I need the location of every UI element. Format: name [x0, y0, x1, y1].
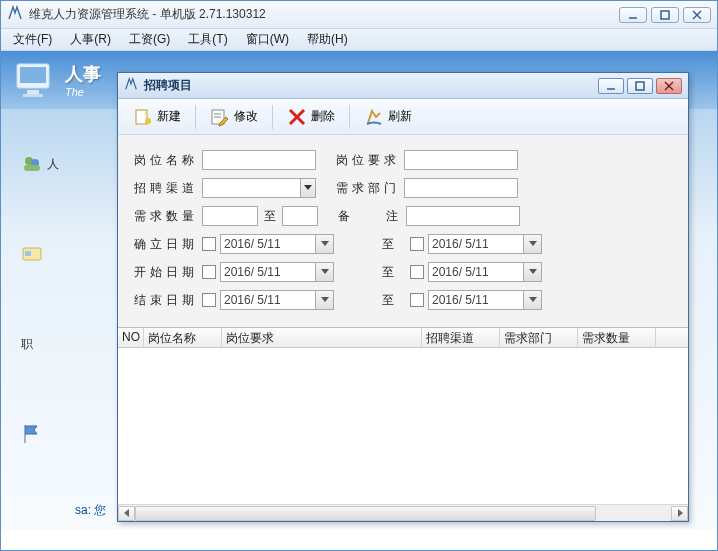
- date-display[interactable]: 2016/ 5/11: [428, 234, 524, 254]
- refresh-button[interactable]: 刷新: [355, 103, 421, 131]
- separator: [349, 105, 350, 129]
- label-dept: 需求部门: [336, 180, 396, 197]
- dialog-close-button[interactable]: [656, 78, 682, 94]
- minimize-button[interactable]: [619, 7, 647, 23]
- label-date-start: 开始日期: [134, 264, 194, 281]
- qty-to-input[interactable]: [282, 206, 318, 226]
- grid-body[interactable]: [118, 348, 688, 504]
- label-to: 至: [264, 208, 276, 225]
- dept-input[interactable]: [404, 178, 518, 198]
- grid-col-no[interactable]: NO: [118, 328, 144, 347]
- scroll-left-button[interactable]: [118, 506, 135, 521]
- side-shortcut-1[interactable]: 人: [21, 149, 61, 179]
- new-icon: [133, 107, 153, 127]
- grid-col-post_name[interactable]: 岗位名称: [144, 328, 222, 347]
- side-shortcut-3[interactable]: 职: [21, 329, 61, 359]
- dialog-minimize-button[interactable]: [598, 78, 624, 94]
- grid-col-post_req[interactable]: 岗位要求: [222, 328, 422, 347]
- svg-rect-10: [24, 165, 40, 171]
- menu-window[interactable]: 窗口(W): [238, 29, 297, 50]
- menu-salary[interactable]: 工资(G): [121, 29, 178, 50]
- date-end-from: 2016/ 5/11: [202, 290, 334, 310]
- grid-header: NO岗位名称岗位要求招聘渠道需求部门需求数量: [118, 328, 688, 348]
- menu-personnel[interactable]: 人事(R): [62, 29, 119, 50]
- svg-rect-6: [27, 90, 39, 94]
- label-to2: 至: [382, 292, 402, 309]
- checkbox[interactable]: [410, 265, 424, 279]
- date-confirm-from: 2016/ 5/11: [202, 234, 334, 254]
- card-icon: [21, 243, 43, 265]
- label-date-confirm: 确立日期: [134, 236, 194, 253]
- people-icon: [21, 153, 43, 175]
- label-post-req: 岗位要求: [336, 152, 396, 169]
- label-date-end: 结束日期: [134, 292, 194, 309]
- checkbox[interactable]: [202, 265, 216, 279]
- svg-rect-5: [20, 67, 46, 83]
- calendar-dropdown-icon[interactable]: [524, 290, 542, 310]
- new-button[interactable]: 新建: [124, 103, 190, 131]
- post-name-input[interactable]: [202, 150, 316, 170]
- calendar-dropdown-icon[interactable]: [316, 234, 334, 254]
- separator: [195, 105, 196, 129]
- date-display[interactable]: 2016/ 5/11: [428, 262, 524, 282]
- delete-button[interactable]: 删除: [278, 103, 344, 131]
- edit-icon: [210, 107, 230, 127]
- checkbox[interactable]: [202, 293, 216, 307]
- scroll-track[interactable]: [135, 506, 671, 521]
- dialog-titlebar[interactable]: 招聘项目: [118, 73, 688, 99]
- channel-combo[interactable]: [202, 178, 316, 198]
- date-start-from: 2016/ 5/11: [202, 262, 334, 282]
- date-display[interactable]: 2016/ 5/11: [220, 262, 316, 282]
- svg-rect-1: [661, 11, 669, 19]
- calendar-dropdown-icon[interactable]: [316, 290, 334, 310]
- scroll-thumb[interactable]: [135, 506, 596, 521]
- date-display[interactable]: 2016/ 5/11: [220, 290, 316, 310]
- menu-file[interactable]: 文件(F): [5, 29, 60, 50]
- date-display[interactable]: 2016/ 5/11: [428, 290, 524, 310]
- label-qty: 需求数量: [134, 208, 194, 225]
- dialog-recruit-project: 招聘项目 新建 修改 删除 刷新 岗位名称 岗位: [117, 72, 689, 522]
- close-button[interactable]: [683, 7, 711, 23]
- calendar-dropdown-icon[interactable]: [524, 234, 542, 254]
- chevron-down-icon[interactable]: [300, 178, 316, 198]
- checkbox[interactable]: [410, 293, 424, 307]
- dialog-maximize-button[interactable]: [627, 78, 653, 94]
- grid-col-qty[interactable]: 需求数量: [578, 328, 656, 347]
- edit-button[interactable]: 修改: [201, 103, 267, 131]
- channel-input[interactable]: [202, 178, 300, 198]
- main-menubar: 文件(F) 人事(R) 工资(G) 工具(T) 窗口(W) 帮助(H): [1, 29, 717, 51]
- refresh-icon: [364, 107, 384, 127]
- post-req-input[interactable]: [404, 150, 518, 170]
- svg-rect-12: [25, 251, 31, 256]
- calendar-dropdown-icon[interactable]: [524, 262, 542, 282]
- side-shortcut-2[interactable]: [21, 239, 61, 269]
- form-area: 岗位名称 岗位要求 招聘渠道 需求部门 需求数量 至 备 注 确立日期: [118, 135, 688, 327]
- status-text: sa: 您: [75, 502, 106, 519]
- label-to2: 至: [382, 264, 402, 281]
- note-input[interactable]: [406, 206, 520, 226]
- svg-rect-14: [636, 82, 644, 90]
- label-note: 备 注: [338, 208, 398, 225]
- app-icon: [7, 5, 23, 24]
- dialog-toolbar: 新建 修改 删除 刷新: [118, 99, 688, 135]
- label-channel: 招聘渠道: [134, 180, 194, 197]
- checkbox[interactable]: [202, 237, 216, 251]
- calendar-dropdown-icon[interactable]: [316, 262, 334, 282]
- checkbox[interactable]: [410, 237, 424, 251]
- grid-col-channel[interactable]: 招聘渠道: [422, 328, 500, 347]
- banner-subtitle: The: [65, 86, 101, 98]
- menu-tools[interactable]: 工具(T): [180, 29, 235, 50]
- maximize-button[interactable]: [651, 7, 679, 23]
- side-shortcut-4[interactable]: [21, 419, 61, 449]
- qty-from-input[interactable]: [202, 206, 258, 226]
- date-display[interactable]: 2016/ 5/11: [220, 234, 316, 254]
- date-end-to: 2016/ 5/11: [410, 290, 542, 310]
- date-confirm-to: 2016/ 5/11: [410, 234, 542, 254]
- grid-col-dept[interactable]: 需求部门: [500, 328, 578, 347]
- menu-help[interactable]: 帮助(H): [299, 29, 356, 50]
- main-title: 维克人力资源管理系统 - 单机版 2.71.130312: [29, 6, 619, 23]
- main-titlebar[interactable]: 维克人力资源管理系统 - 单机版 2.71.130312: [1, 1, 717, 29]
- label-to2: 至: [382, 236, 402, 253]
- horizontal-scrollbar[interactable]: [118, 504, 688, 521]
- scroll-right-button[interactable]: [671, 506, 688, 521]
